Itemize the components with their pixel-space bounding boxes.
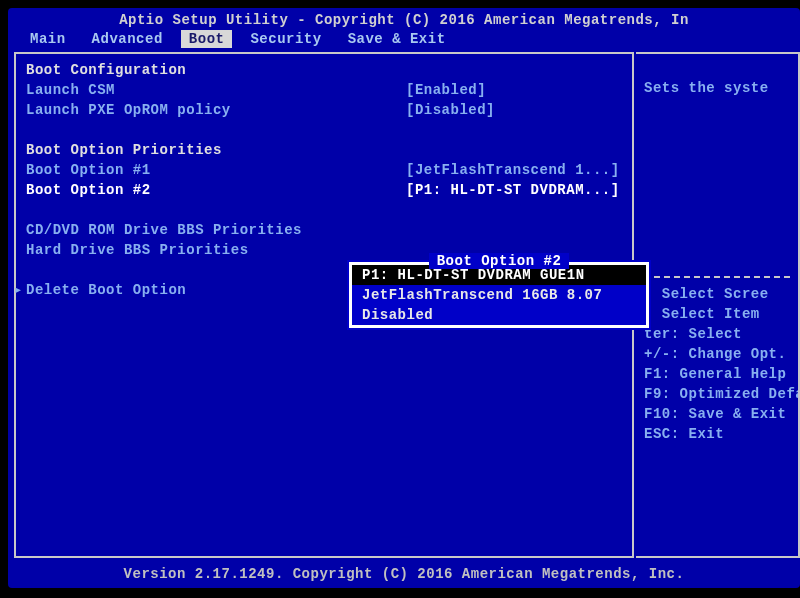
footer-version: Version 2.17.1249. Copyright (C) 2016 Am… [8, 566, 800, 582]
section-label: Boot Configuration [26, 60, 406, 80]
main-frame: Boot Configuration Launch CSM [Enabled] … [14, 52, 800, 558]
bios-screen: Aptio Setup Utility - Copyright (C) 2016… [8, 8, 800, 588]
section-boot-config: Boot Configuration [26, 60, 622, 80]
tab-boot[interactable]: Boot [181, 30, 233, 48]
popup-item-0[interactable]: P1: HL-DT-ST DVDRAM GUE1N [352, 265, 646, 285]
row-value: [Enabled] [406, 80, 622, 100]
tab-main[interactable]: Main [22, 30, 74, 48]
tab-security[interactable]: Security [242, 30, 329, 48]
menu-tabs: Main Advanced Boot Security Save & Exit [8, 28, 800, 48]
row-launch-csm[interactable]: Launch CSM [Enabled] [26, 80, 622, 100]
section-label: Boot Option Priorities [26, 140, 406, 160]
row-label: Boot Option #1 [26, 160, 406, 180]
help-key: F10: Save & Exit [644, 404, 790, 424]
help-description: Sets the syste [644, 80, 790, 96]
row-label: CD/DVD ROM Drive BBS Priorities [26, 220, 406, 240]
help-key: : Select Scree [644, 284, 790, 304]
row-boot-option-2[interactable]: Boot Option #2 [P1: HL-DT-ST DVDRAM...] [26, 180, 622, 200]
row-label: Boot Option #2 [26, 180, 406, 200]
submenu-arrow-icon: ▸ [14, 280, 26, 300]
panel-right: Sets the syste : Select Scree : Select I… [636, 52, 800, 558]
help-key: : Select Item [644, 304, 790, 324]
row-boot-option-1[interactable]: Boot Option #1 [JetFlashTranscend 1...] [26, 160, 622, 180]
row-hdd-bbs[interactable]: Hard Drive BBS Priorities [26, 240, 622, 260]
popup-boot-option-2: Boot Option #2 P1: HL-DT-ST DVDRAM GUE1N… [349, 262, 649, 328]
row-label: Launch CSM [26, 80, 406, 100]
row-label: Hard Drive BBS Priorities [26, 240, 406, 260]
row-launch-pxe[interactable]: Launch PXE OpROM policy [Disabled] [26, 100, 622, 120]
help-keys: : Select Scree : Select Item ter: Select… [644, 284, 790, 444]
help-key: ESC: Exit [644, 424, 790, 444]
popup-item-1[interactable]: JetFlashTranscend 16GB 8.07 [352, 285, 646, 305]
row-cddvd-bbs[interactable]: CD/DVD ROM Drive BBS Priorities [26, 220, 622, 240]
popup-item-2[interactable]: Disabled [352, 305, 646, 325]
header-title: Aptio Setup Utility - Copyright (C) 2016… [8, 8, 800, 28]
row-label: Launch PXE OpROM policy [26, 100, 406, 120]
help-key: F9: Optimized Defa [644, 384, 790, 404]
tab-save-exit[interactable]: Save & Exit [340, 30, 454, 48]
row-value: [P1: HL-DT-ST DVDRAM...] [406, 180, 622, 200]
help-key: F1: General Help [644, 364, 790, 384]
help-key: +/-: Change Opt. [644, 344, 790, 364]
row-value: [JetFlashTranscend 1...] [406, 160, 622, 180]
section-priorities: Boot Option Priorities [26, 140, 622, 160]
row-value: [Disabled] [406, 100, 622, 120]
help-divider [644, 276, 790, 278]
tab-advanced[interactable]: Advanced [84, 30, 171, 48]
help-key: ter: Select [644, 324, 790, 344]
